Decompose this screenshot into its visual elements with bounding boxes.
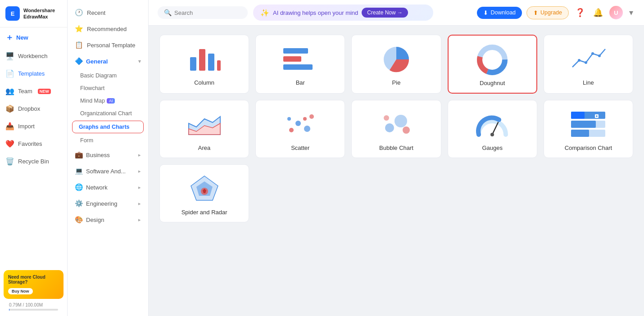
svg-rect-2	[208, 54, 214, 71]
mid-category-design[interactable]: 🎨 Design ▸	[68, 212, 148, 228]
chart-card-doughnut[interactable]: Doughnut	[448, 35, 537, 94]
chart-card-comparison[interactable]: Comparison Chart	[544, 100, 633, 158]
business-expand-arrow: ▸	[138, 152, 141, 158]
svg-point-26	[384, 115, 389, 121]
chart-thumb-bubble	[378, 108, 414, 140]
chart-thumb-gauges	[474, 108, 510, 140]
download-button[interactable]: ⬇ Download	[477, 7, 522, 19]
mid-category-general[interactable]: 🔷 General ▾	[68, 53, 148, 69]
sidebar-item-favorites[interactable]: ❤️ Favorites	[0, 135, 67, 153]
plus-icon: ＋	[5, 32, 14, 43]
sidebar-item-templates[interactable]: 📄 Templates	[0, 65, 67, 82]
notification-icon[interactable]: 🔔	[591, 6, 605, 19]
mid-category-network[interactable]: 🌐 Network ▸	[68, 179, 148, 195]
sidebar-item-import[interactable]: 📥 Import	[0, 117, 67, 135]
network-expand-arrow: ▸	[138, 185, 141, 190]
chart-card-scatter[interactable]: Scatter	[255, 100, 345, 158]
svg-rect-0	[190, 57, 196, 71]
chart-card-area[interactable]: Area	[159, 100, 249, 158]
mid-category-business[interactable]: 💼 Business ▸	[68, 147, 148, 163]
help-icon[interactable]: ❓	[573, 6, 587, 19]
search-box[interactable]: 🔍	[158, 6, 248, 19]
chart-thumb-scatter	[282, 108, 318, 140]
svg-point-11	[578, 59, 581, 62]
mid-sub-org-chart[interactable]: Organizational Chart	[68, 107, 148, 120]
chart-thumb-comparison	[570, 108, 606, 140]
chart-thumb-area	[186, 108, 222, 140]
design-expand-arrow: ▸	[138, 217, 141, 223]
chart-label-bar: Bar	[296, 79, 305, 86]
mid-sub-flowchart[interactable]: Flowchart	[68, 82, 148, 95]
svg-rect-30	[571, 112, 585, 119]
mid-item-recommended[interactable]: ⭐ Recommended	[68, 21, 148, 37]
ai-sparkle-icon: ✨	[260, 9, 269, 17]
upgrade-button[interactable]: ⬆ Upgrade	[526, 6, 569, 19]
new-button[interactable]: ＋ New	[0, 27, 67, 47]
workbench-icon: 🖥️	[5, 52, 14, 60]
svg-rect-34	[571, 130, 589, 137]
storage-bar-fill	[9, 309, 9, 311]
svg-point-22	[309, 114, 314, 119]
storage-bar-area: 0.79M / 100.00M	[4, 299, 63, 312]
dropdown-arrow-icon[interactable]: ▾	[627, 6, 635, 19]
chart-label-column: Column	[194, 79, 214, 86]
import-icon: 📥	[5, 122, 14, 131]
chart-grid: Column Bar	[159, 35, 633, 222]
chart-card-gauges[interactable]: Gauges	[448, 100, 537, 158]
mid-sub-form[interactable]: Form	[68, 134, 148, 147]
sidebar-bottom: Need more Cloud Storage? Buy Now 0.79M /…	[0, 266, 67, 316]
personal-template-icon: 📋	[75, 41, 83, 49]
sidebar-item-team[interactable]: 👥 Team NEW	[0, 82, 67, 100]
svg-point-23	[385, 123, 394, 132]
chart-label-bubble: Bubble Chart	[379, 144, 413, 151]
favorites-icon: ❤️	[5, 140, 14, 148]
chart-thumb-line	[570, 43, 606, 75]
chart-card-column[interactable]: Column	[159, 35, 249, 94]
ai-banner[interactable]: ✨ AI drawing helps open your mind Create…	[253, 5, 433, 21]
top-actions: ⬇ Download ⬆ Upgrade ❓ 🔔 U ▾	[477, 6, 635, 19]
buy-now-button[interactable]: Buy Now	[8, 288, 33, 294]
general-icon: 🔷	[75, 57, 83, 65]
new-badge: NEW	[38, 89, 51, 94]
mid-category-engineering[interactable]: ⚙️ Engineering ▸	[68, 195, 148, 212]
chart-card-bubble[interactable]: Bubble Chart	[351, 100, 441, 158]
mid-category-software[interactable]: 💻 Software And... ▸	[68, 163, 148, 179]
chart-card-bar[interactable]: Bar	[255, 35, 345, 94]
svg-rect-5	[283, 56, 301, 62]
design-icon: 🎨	[75, 216, 83, 224]
chart-thumb-doughnut	[474, 44, 510, 75]
promo-text: Need more Cloud Storage?	[8, 275, 59, 284]
mid-item-personal-template[interactable]: 📋 Personal Template	[68, 37, 148, 53]
svg-point-12	[585, 61, 587, 64]
svg-rect-3	[217, 60, 221, 71]
cloud-promo[interactable]: Need more Cloud Storage? Buy Now	[4, 270, 63, 299]
logo-area: E Wondershare EdrawMax	[0, 0, 67, 27]
svg-point-24	[395, 115, 407, 127]
chart-label-pie: Pie	[392, 79, 401, 86]
software-expand-arrow: ▸	[138, 168, 141, 174]
engineering-expand-arrow: ▸	[138, 201, 141, 207]
mid-sub-graphs-charts[interactable]: Graphs and Charts	[72, 121, 144, 133]
chart-card-line[interactable]: Line	[544, 35, 633, 94]
top-bar: 🔍 ✨ AI drawing helps open your mind Crea…	[149, 0, 644, 26]
sidebar-item-workbench[interactable]: 🖥️ Workbench	[0, 47, 67, 65]
engineering-icon: ⚙️	[75, 199, 83, 208]
search-input[interactable]	[174, 9, 237, 16]
user-avatar[interactable]: U	[609, 6, 623, 19]
chart-card-spider[interactable]: Spider and Radar	[159, 164, 249, 222]
ai-create-now-button[interactable]: Create Now →	[362, 8, 408, 18]
upgrade-icon: ⬆	[533, 9, 538, 16]
chart-label-spider: Spider and Radar	[181, 209, 227, 216]
main-content: 🔍 ✨ AI drawing helps open your mind Crea…	[149, 0, 644, 316]
mid-item-recent[interactable]: 🕐 Recent	[68, 5, 148, 21]
chart-label-gauges: Gauges	[482, 144, 503, 151]
recycle-icon: 🗑️	[5, 157, 14, 166]
mid-sub-basic-diagram[interactable]: Basic Diagram	[68, 69, 148, 82]
sidebar-item-recycle[interactable]: 🗑️ Recycle Bin	[0, 153, 67, 170]
left-sidebar: E Wondershare EdrawMax ＋ New 🖥️ Workbenc…	[0, 0, 68, 316]
chart-card-pie[interactable]: Pie	[351, 35, 441, 94]
mid-sub-mind-map[interactable]: Mind Map AI	[68, 95, 148, 107]
sidebar-item-dropbox[interactable]: 📦 Dropbox	[0, 100, 67, 117]
svg-point-19	[303, 117, 307, 121]
app-logo-icon: E	[5, 6, 20, 21]
